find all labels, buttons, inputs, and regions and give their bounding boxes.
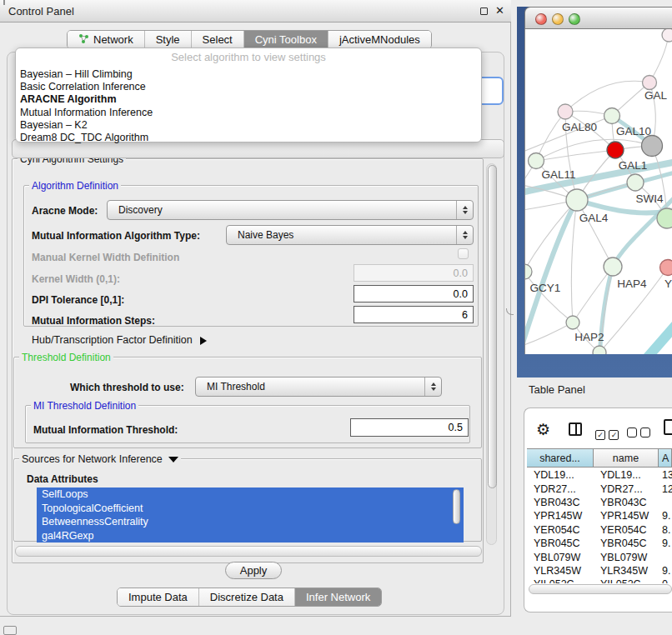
mi-threshold-label: Mutual Information Threshold: bbox=[33, 424, 178, 436]
attribute-item-selfloops[interactable]: SelfLoops bbox=[37, 488, 464, 502]
stepper-icon[interactable] bbox=[424, 378, 441, 396]
tab-label: Impute Data bbox=[128, 591, 188, 603]
table-row[interactable]: YBR045CYBR045C9. bbox=[527, 537, 672, 550]
aracne-mode-select[interactable]: Discovery bbox=[107, 200, 474, 220]
network-node-gray-node[interactable] bbox=[642, 136, 663, 157]
tab-impute-data[interactable]: Impute Data bbox=[118, 588, 199, 606]
settings-horizontal-scrollbar[interactable] bbox=[15, 546, 482, 556]
mac-close-icon[interactable] bbox=[535, 13, 547, 25]
kernel-width-field[interactable]: 0.0 bbox=[354, 264, 474, 282]
mac-minimize-icon[interactable] bbox=[552, 13, 564, 25]
scrollbar-thumb[interactable] bbox=[529, 584, 672, 594]
tab-discretize-data[interactable]: Discretize Data bbox=[199, 588, 295, 606]
scrollbar-thumb[interactable] bbox=[15, 546, 482, 557]
table-cell: YLR345W bbox=[594, 565, 659, 577]
network-node-gal80[interactable] bbox=[558, 104, 573, 119]
algorithm-option-aracne-algorithm[interactable]: ARACNE Algorithm bbox=[16, 93, 481, 106]
network-node-gal1[interactable] bbox=[607, 142, 624, 158]
algorithm-dropdown-items: Bayesian – Hill ClimbingBasic Correlatio… bbox=[16, 68, 481, 144]
dpi-tolerance-field[interactable]: 0.0 bbox=[354, 285, 474, 302]
table-row[interactable]: YER054CYER054C8. bbox=[527, 523, 672, 537]
table-cell: YER054C bbox=[527, 524, 594, 536]
deselect-all-columns-icon[interactable] bbox=[627, 426, 650, 441]
sources-title[interactable]: Sources for Network Inference bbox=[19, 453, 181, 465]
data-attributes-label: Data Attributes bbox=[27, 473, 98, 485]
clipped-bottom-icon[interactable] bbox=[3, 626, 17, 635]
hub-section-toggle[interactable]: Hub/Transcription Factor Definition bbox=[32, 334, 207, 346]
tab-style[interactable]: Style bbox=[145, 31, 192, 48]
table-cell: YPR145W bbox=[527, 510, 594, 522]
network-node-label: HAP2 bbox=[574, 331, 604, 343]
network-node-top-edge-node[interactable] bbox=[662, 29, 672, 42]
network-node-green-right[interactable] bbox=[657, 208, 672, 228]
which-threshold-select[interactable]: MI Threshold bbox=[195, 377, 442, 397]
document-icon[interactable] bbox=[664, 419, 672, 435]
mac-zoom-icon[interactable] bbox=[569, 13, 580, 25]
network-canvas[interactable]: GALGAL80GAL10GAL1GAL11SWI4GAL4GCY1HAP4YH… bbox=[524, 29, 672, 354]
column-header-name[interactable]: name bbox=[594, 449, 659, 467]
network-node-y-node[interactable] bbox=[660, 260, 672, 276]
mi-threshold-field[interactable]: 0.5 bbox=[350, 418, 469, 437]
float-window-icon[interactable] bbox=[480, 8, 488, 15]
mi-steps-field[interactable]: 6 bbox=[354, 306, 474, 323]
stepper-icon[interactable] bbox=[456, 201, 473, 219]
select-all-columns-icon[interactable]: ✓ ✓ bbox=[595, 426, 619, 441]
network-node-gal10[interactable] bbox=[604, 108, 620, 124]
algorithm-option-basic-correlation-inference[interactable]: Basic Correlation Inference bbox=[16, 81, 481, 93]
network-node-label: GAL10 bbox=[616, 125, 651, 138]
column-header-a[interactable]: A bbox=[659, 449, 672, 467]
network-node-gal-top[interactable] bbox=[643, 76, 657, 90]
table-horizontal-scrollbar[interactable] bbox=[528, 583, 672, 594]
tab-network[interactable]: Network bbox=[68, 31, 145, 48]
network-node-label: GAL11 bbox=[541, 168, 575, 181]
table-row[interactable]: YBL079WYBL079W bbox=[527, 550, 672, 563]
apply-button[interactable]: Apply bbox=[225, 562, 282, 579]
table-cell: YDL19... bbox=[527, 469, 594, 481]
table-row[interactable]: YPR145WYPR145W9. bbox=[527, 509, 672, 522]
network-node-label: SWI4 bbox=[635, 192, 663, 205]
table-cell: YBL079W bbox=[527, 552, 594, 563]
network-node-hap2[interactable] bbox=[566, 316, 579, 329]
network-node-bottom-node[interactable] bbox=[593, 346, 606, 354]
tab-cyni-toolbox[interactable]: Cyni Toolbox bbox=[244, 31, 328, 48]
network-edge bbox=[571, 200, 577, 322]
mi-type-select[interactable]: Naive Bayes bbox=[226, 225, 474, 245]
scrollbar-thumb[interactable] bbox=[488, 165, 497, 488]
split-view-icon[interactable] bbox=[569, 422, 582, 436]
table-row[interactable]: YDL19...YDL19...13 bbox=[527, 468, 672, 482]
algorithm-option-bayesian-k2[interactable]: Bayesian – K2 bbox=[16, 119, 481, 132]
network-node-gcy1[interactable] bbox=[525, 264, 532, 279]
stepper-icon[interactable] bbox=[456, 226, 473, 244]
mi-type-value: Naive Bayes bbox=[238, 229, 293, 241]
algorithm-definition-title: Algorithm Definition bbox=[29, 180, 121, 192]
network-node-gal11[interactable] bbox=[529, 153, 544, 169]
table-cell: 9. bbox=[659, 565, 672, 577]
table-row[interactable]: YDR27...YDR27...12 bbox=[527, 482, 672, 495]
tab-label: Select bbox=[203, 33, 233, 46]
network-window-titlebar[interactable] bbox=[524, 7, 672, 29]
algorithm-option-bayesian-hill-climbing[interactable]: Bayesian – Hill Climbing bbox=[16, 68, 481, 81]
table-cell: YBR043C bbox=[527, 497, 594, 508]
table-cell: YBR043C bbox=[594, 497, 659, 508]
table-row[interactable]: YIL052CYIL052C0. bbox=[527, 578, 672, 583]
manual-kernel-checkbox[interactable] bbox=[458, 248, 469, 259]
table-settings-gear-icon[interactable]: ⚙ bbox=[536, 422, 550, 438]
settings-vertical-scrollbar[interactable] bbox=[486, 163, 497, 545]
algorithm-option-dream8-dc-tdc-algorithm[interactable]: Dream8 DC_TDC Algorithm bbox=[16, 132, 481, 144]
attribute-item-betweennesscentrality[interactable]: BetweennessCentrality bbox=[37, 515, 464, 529]
network-node-swi4[interactable] bbox=[627, 174, 644, 191]
network-node-gal4[interactable] bbox=[566, 189, 588, 211]
threshold-definition-title: Threshold Definition bbox=[19, 352, 113, 363]
table-row[interactable]: YLR345WYLR345W9. bbox=[527, 564, 672, 578]
tab-infer-network[interactable]: Infer Network bbox=[295, 588, 381, 606]
column-header-shared[interactable]: shared... bbox=[527, 449, 594, 467]
attribute-item-topologicalcoefficient[interactable]: TopologicalCoefficient bbox=[37, 502, 464, 516]
table-row[interactable]: YBR043CYBR043C bbox=[527, 496, 672, 509]
attribute-item-gal4rgexp[interactable]: gal4RGexp bbox=[37, 529, 464, 543]
algorithm-option-mutual-information-inference[interactable]: Mutual Information Inference bbox=[16, 107, 481, 119]
attribute-list-scrollbar[interactable] bbox=[453, 489, 460, 524]
tab-jactivemnodules[interactable]: jActiveMNodules bbox=[328, 31, 431, 48]
close-window-icon[interactable]: ✕ bbox=[495, 4, 504, 17]
network-node-hap4[interactable] bbox=[604, 258, 622, 276]
tab-select[interactable]: Select bbox=[192, 31, 244, 48]
